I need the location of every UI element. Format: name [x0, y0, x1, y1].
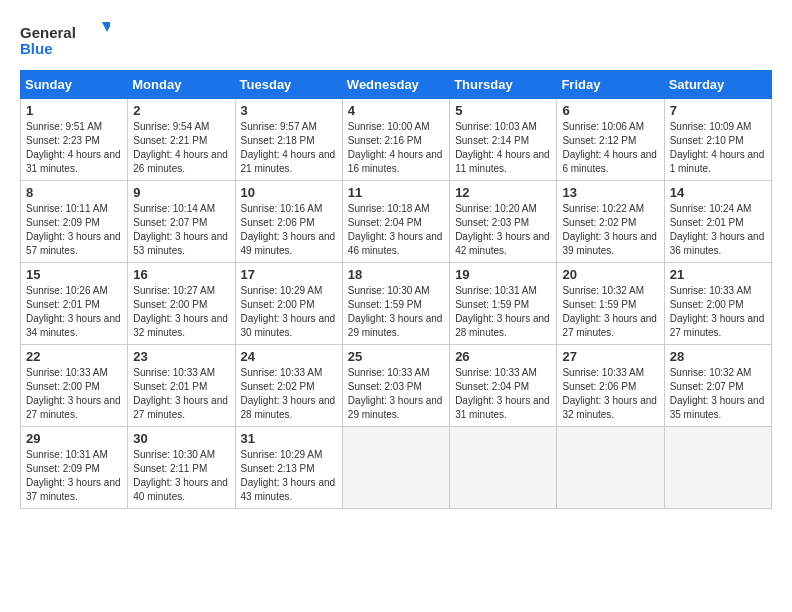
- day-number: 12: [455, 185, 551, 200]
- day-number: 28: [670, 349, 766, 364]
- day-number: 4: [348, 103, 444, 118]
- cell-details: Sunrise: 10:33 AMSunset: 2:00 PMDaylight…: [26, 367, 121, 420]
- cell-details: Sunrise: 10:27 AMSunset: 2:00 PMDaylight…: [133, 285, 228, 338]
- cell-details: Sunrise: 10:33 AMSunset: 2:06 PMDaylight…: [562, 367, 657, 420]
- calendar-week-5: 29Sunrise: 10:31 AMSunset: 2:09 PMDaylig…: [21, 427, 772, 509]
- cell-details: Sunrise: 10:33 AMSunset: 2:00 PMDaylight…: [670, 285, 765, 338]
- cell-details: Sunrise: 10:16 AMSunset: 2:06 PMDaylight…: [241, 203, 336, 256]
- calendar-cell: 21Sunrise: 10:33 AMSunset: 2:00 PMDaylig…: [664, 263, 771, 345]
- calendar-cell: 23Sunrise: 10:33 AMSunset: 2:01 PMDaylig…: [128, 345, 235, 427]
- day-number: 6: [562, 103, 658, 118]
- page-header: General Blue: [20, 20, 772, 60]
- cell-details: Sunrise: 10:32 AMSunset: 2:07 PMDaylight…: [670, 367, 765, 420]
- calendar-cell: 11Sunrise: 10:18 AMSunset: 2:04 PMDaylig…: [342, 181, 449, 263]
- day-number: 18: [348, 267, 444, 282]
- header-sunday: Sunday: [21, 71, 128, 99]
- day-number: 13: [562, 185, 658, 200]
- header-wednesday: Wednesday: [342, 71, 449, 99]
- calendar-cell: [450, 427, 557, 509]
- header-friday: Friday: [557, 71, 664, 99]
- calendar-cell: 31Sunrise: 10:29 AMSunset: 2:13 PMDaylig…: [235, 427, 342, 509]
- day-number: 21: [670, 267, 766, 282]
- calendar-cell: [342, 427, 449, 509]
- calendar-week-3: 15Sunrise: 10:26 AMSunset: 2:01 PMDaylig…: [21, 263, 772, 345]
- cell-details: Sunrise: 10:31 AMSunset: 2:09 PMDaylight…: [26, 449, 121, 502]
- calendar-cell: 3Sunrise: 9:57 AMSunset: 2:18 PMDaylight…: [235, 99, 342, 181]
- calendar-cell: 30Sunrise: 10:30 AMSunset: 2:11 PMDaylig…: [128, 427, 235, 509]
- cell-details: Sunrise: 9:54 AMSunset: 2:21 PMDaylight:…: [133, 121, 228, 174]
- calendar-cell: 7Sunrise: 10:09 AMSunset: 2:10 PMDayligh…: [664, 99, 771, 181]
- calendar-cell: 10Sunrise: 10:16 AMSunset: 2:06 PMDaylig…: [235, 181, 342, 263]
- logo-svg: General Blue: [20, 20, 110, 60]
- cell-details: Sunrise: 10:06 AMSunset: 2:12 PMDaylight…: [562, 121, 657, 174]
- calendar-cell: 29Sunrise: 10:31 AMSunset: 2:09 PMDaylig…: [21, 427, 128, 509]
- calendar-cell: 14Sunrise: 10:24 AMSunset: 2:01 PMDaylig…: [664, 181, 771, 263]
- calendar-header-row: SundayMondayTuesdayWednesdayThursdayFrid…: [21, 71, 772, 99]
- day-number: 11: [348, 185, 444, 200]
- day-number: 24: [241, 349, 337, 364]
- svg-text:Blue: Blue: [20, 40, 53, 57]
- cell-details: Sunrise: 10:33 AMSunset: 2:01 PMDaylight…: [133, 367, 228, 420]
- calendar-cell: 9Sunrise: 10:14 AMSunset: 2:07 PMDayligh…: [128, 181, 235, 263]
- calendar-cell: 8Sunrise: 10:11 AMSunset: 2:09 PMDayligh…: [21, 181, 128, 263]
- cell-details: Sunrise: 10:33 AMSunset: 2:03 PMDaylight…: [348, 367, 443, 420]
- calendar-week-2: 8Sunrise: 10:11 AMSunset: 2:09 PMDayligh…: [21, 181, 772, 263]
- calendar-cell: 27Sunrise: 10:33 AMSunset: 2:06 PMDaylig…: [557, 345, 664, 427]
- calendar-cell: 24Sunrise: 10:33 AMSunset: 2:02 PMDaylig…: [235, 345, 342, 427]
- header-monday: Monday: [128, 71, 235, 99]
- cell-details: Sunrise: 10:03 AMSunset: 2:14 PMDaylight…: [455, 121, 550, 174]
- day-number: 3: [241, 103, 337, 118]
- calendar-cell: 15Sunrise: 10:26 AMSunset: 2:01 PMDaylig…: [21, 263, 128, 345]
- day-number: 19: [455, 267, 551, 282]
- header-tuesday: Tuesday: [235, 71, 342, 99]
- header-saturday: Saturday: [664, 71, 771, 99]
- day-number: 29: [26, 431, 122, 446]
- cell-details: Sunrise: 10:18 AMSunset: 2:04 PMDaylight…: [348, 203, 443, 256]
- cell-details: Sunrise: 10:31 AMSunset: 1:59 PMDaylight…: [455, 285, 550, 338]
- day-number: 23: [133, 349, 229, 364]
- day-number: 2: [133, 103, 229, 118]
- calendar-cell: 2Sunrise: 9:54 AMSunset: 2:21 PMDaylight…: [128, 99, 235, 181]
- calendar-cell: 20Sunrise: 10:32 AMSunset: 1:59 PMDaylig…: [557, 263, 664, 345]
- day-number: 7: [670, 103, 766, 118]
- calendar-cell: 6Sunrise: 10:06 AMSunset: 2:12 PMDayligh…: [557, 99, 664, 181]
- svg-marker-2: [102, 22, 110, 32]
- day-number: 5: [455, 103, 551, 118]
- calendar-cell: [557, 427, 664, 509]
- calendar-cell: 16Sunrise: 10:27 AMSunset: 2:00 PMDaylig…: [128, 263, 235, 345]
- cell-details: Sunrise: 10:30 AMSunset: 1:59 PMDaylight…: [348, 285, 443, 338]
- day-number: 8: [26, 185, 122, 200]
- day-number: 25: [348, 349, 444, 364]
- calendar-cell: 19Sunrise: 10:31 AMSunset: 1:59 PMDaylig…: [450, 263, 557, 345]
- cell-details: Sunrise: 10:26 AMSunset: 2:01 PMDaylight…: [26, 285, 121, 338]
- day-number: 30: [133, 431, 229, 446]
- calendar-cell: 5Sunrise: 10:03 AMSunset: 2:14 PMDayligh…: [450, 99, 557, 181]
- cell-details: Sunrise: 10:29 AMSunset: 2:00 PMDaylight…: [241, 285, 336, 338]
- calendar-table: SundayMondayTuesdayWednesdayThursdayFrid…: [20, 70, 772, 509]
- calendar-cell: 25Sunrise: 10:33 AMSunset: 2:03 PMDaylig…: [342, 345, 449, 427]
- calendar-cell: 18Sunrise: 10:30 AMSunset: 1:59 PMDaylig…: [342, 263, 449, 345]
- cell-details: Sunrise: 10:22 AMSunset: 2:02 PMDaylight…: [562, 203, 657, 256]
- logo: General Blue: [20, 20, 110, 60]
- cell-details: Sunrise: 10:09 AMSunset: 2:10 PMDaylight…: [670, 121, 765, 174]
- calendar-week-4: 22Sunrise: 10:33 AMSunset: 2:00 PMDaylig…: [21, 345, 772, 427]
- day-number: 26: [455, 349, 551, 364]
- cell-details: Sunrise: 10:20 AMSunset: 2:03 PMDaylight…: [455, 203, 550, 256]
- calendar-cell: 4Sunrise: 10:00 AMSunset: 2:16 PMDayligh…: [342, 99, 449, 181]
- day-number: 14: [670, 185, 766, 200]
- calendar-cell: [664, 427, 771, 509]
- calendar-cell: 28Sunrise: 10:32 AMSunset: 2:07 PMDaylig…: [664, 345, 771, 427]
- cell-details: Sunrise: 10:14 AMSunset: 2:07 PMDaylight…: [133, 203, 228, 256]
- day-number: 1: [26, 103, 122, 118]
- calendar-week-1: 1Sunrise: 9:51 AMSunset: 2:23 PMDaylight…: [21, 99, 772, 181]
- day-number: 31: [241, 431, 337, 446]
- calendar-cell: 12Sunrise: 10:20 AMSunset: 2:03 PMDaylig…: [450, 181, 557, 263]
- calendar-cell: 13Sunrise: 10:22 AMSunset: 2:02 PMDaylig…: [557, 181, 664, 263]
- cell-details: Sunrise: 10:33 AMSunset: 2:04 PMDaylight…: [455, 367, 550, 420]
- cell-details: Sunrise: 10:32 AMSunset: 1:59 PMDaylight…: [562, 285, 657, 338]
- cell-details: Sunrise: 10:24 AMSunset: 2:01 PMDaylight…: [670, 203, 765, 256]
- cell-details: Sunrise: 10:29 AMSunset: 2:13 PMDaylight…: [241, 449, 336, 502]
- day-number: 22: [26, 349, 122, 364]
- svg-text:General: General: [20, 24, 76, 41]
- calendar-cell: 26Sunrise: 10:33 AMSunset: 2:04 PMDaylig…: [450, 345, 557, 427]
